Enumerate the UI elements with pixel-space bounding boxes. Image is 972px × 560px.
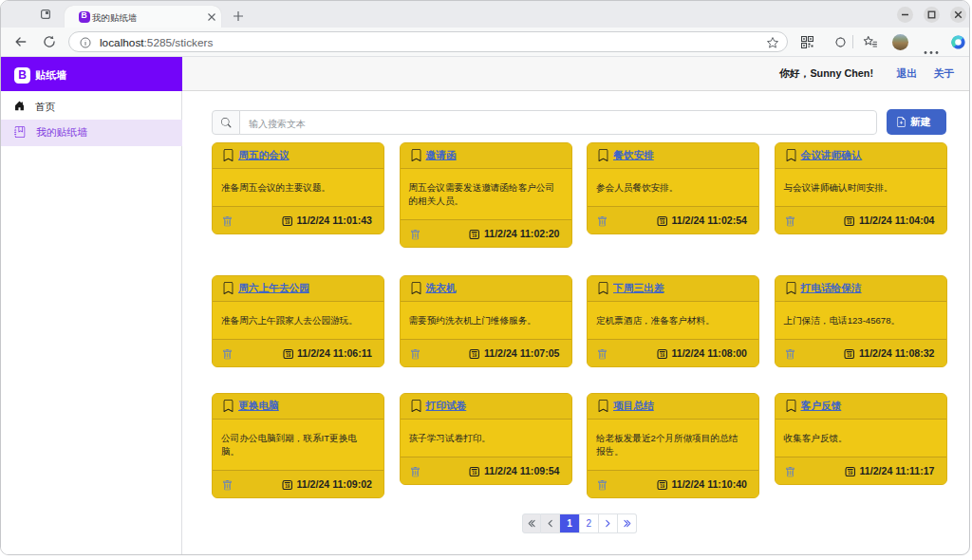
svg-text:19: 19 [660, 484, 664, 489]
svg-text:19: 19 [473, 233, 477, 238]
svg-text:19: 19 [660, 353, 664, 358]
svg-text:19: 19 [848, 471, 852, 476]
svg-text:19: 19 [473, 471, 477, 476]
svg-text:19: 19 [848, 220, 852, 225]
svg-text:19: 19 [660, 220, 664, 225]
svg-text:19: 19 [285, 484, 290, 489]
svg-text:19: 19 [848, 353, 852, 358]
svg-text:19: 19 [286, 353, 290, 358]
svg-text:19: 19 [473, 353, 477, 358]
svg-text:19: 19 [285, 220, 290, 225]
